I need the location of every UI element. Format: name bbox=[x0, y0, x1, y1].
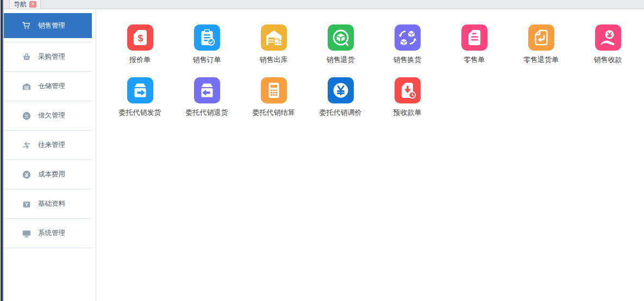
app-tile-label: 销售换货 bbox=[393, 55, 422, 65]
tab-label: 导航 bbox=[14, 0, 27, 9]
yen-circle-icon bbox=[328, 77, 354, 103]
app-grid: $ 报价单 销售订单 销售出库 销售退货 销售换货 零售单 零售退货单 销售收款… bbox=[107, 24, 644, 118]
app-tile[interactable]: 委托代销发货 bbox=[107, 77, 173, 118]
app-tile[interactable]: 销售退货 bbox=[307, 24, 374, 65]
app-tile[interactable]: 委托代销调价 bbox=[307, 77, 374, 118]
sidebar-item[interactable]: 成本费用 bbox=[4, 160, 92, 189]
app-tile[interactable]: 销售出库 bbox=[240, 24, 307, 65]
box-arrow-left-icon bbox=[194, 77, 220, 103]
window-edge bbox=[0, 0, 4, 301]
calculator-icon bbox=[261, 77, 287, 103]
doc-dollar-icon: $ bbox=[127, 24, 153, 51]
svg-text:$: $ bbox=[137, 33, 143, 44]
app-tile-label: 零售单 bbox=[464, 55, 485, 65]
app-tile-label: 报价单 bbox=[129, 55, 151, 65]
sidebar-item-label: 系统管理 bbox=[38, 229, 65, 238]
app-tile[interactable]: $ 报价单 bbox=[107, 24, 173, 65]
sidebar: 销售管理 采购管理 仓储管理 欠 借欠管理 往来管理 成本费用 基础资料 系统管… bbox=[4, 9, 92, 301]
app-tile[interactable]: 零售退货单 bbox=[508, 24, 574, 65]
warehouse-truck-icon bbox=[261, 24, 287, 51]
sidebar-item[interactable]: 采购管理 bbox=[4, 42, 92, 72]
sidebar-item-label: 采购管理 bbox=[38, 52, 65, 62]
sidebar-item[interactable]: 销售管理 bbox=[4, 13, 92, 38]
app-tile[interactable]: 销售换货 bbox=[374, 24, 441, 65]
app-tile[interactable]: 零售单 bbox=[441, 24, 508, 65]
cart-icon bbox=[22, 21, 32, 30]
box-return-icon bbox=[328, 24, 354, 51]
app-tile-label: 销售退货 bbox=[327, 55, 355, 65]
sidebar-item-label: 成本费用 bbox=[38, 170, 65, 179]
doc-return-icon bbox=[528, 24, 554, 51]
box-arrow-right-icon bbox=[127, 77, 153, 103]
debt-circle-icon: 欠 bbox=[22, 111, 32, 121]
app-tile-label: 销售出库 bbox=[260, 55, 288, 65]
sidebar-item[interactable]: 欠 借欠管理 bbox=[4, 101, 92, 131]
app-tile-label: 委托代销调价 bbox=[320, 108, 362, 118]
app-tile-label: 销售订单 bbox=[193, 55, 221, 65]
svg-text:欠: 欠 bbox=[24, 113, 29, 118]
warehouse-icon bbox=[22, 82, 32, 91]
doc-lines-icon bbox=[461, 24, 487, 51]
app-tile-label: 委托代销发货 bbox=[119, 108, 161, 118]
main-content: $ 报价单 销售订单 销售出库 销售退货 销售换货 零售单 零售退货单 销售收款… bbox=[96, 9, 644, 301]
app-tile-label: 委托代销结算 bbox=[253, 108, 295, 118]
sidebar-item[interactable]: 系统管理 bbox=[4, 219, 92, 248]
tab-navigation[interactable]: 导航 ✕ bbox=[9, 0, 41, 9]
app-tile[interactable]: 委托代销退货 bbox=[173, 77, 240, 118]
doc-down-clock-icon bbox=[395, 77, 421, 103]
sidebar-item-label: 基础资料 bbox=[38, 199, 65, 208]
sidebar-item-label: 借欠管理 bbox=[38, 111, 65, 120]
monitor-icon bbox=[22, 229, 32, 238]
app-tile-label: 预收款单 bbox=[393, 108, 422, 118]
app-tile[interactable]: 销售收款 bbox=[574, 24, 641, 65]
tab-bar: 导航 ✕ bbox=[4, 0, 644, 9]
sidebar-item-label: 往来管理 bbox=[38, 140, 65, 150]
clipboard-check-icon bbox=[194, 24, 220, 51]
coin-yen-icon bbox=[22, 170, 32, 180]
app-tile-label: 零售退货单 bbox=[523, 55, 559, 65]
close-icon[interactable]: ✕ bbox=[29, 1, 36, 8]
boxes-swap-icon bbox=[395, 24, 421, 51]
sidebar-item[interactable]: 基础资料 bbox=[4, 189, 92, 219]
sidebar-item-label: 销售管理 bbox=[38, 21, 65, 30]
archive-box-icon bbox=[22, 199, 32, 209]
basket-icon bbox=[22, 52, 32, 62]
sidebar-item[interactable]: 往来管理 bbox=[4, 131, 92, 160]
hand-coin-icon bbox=[595, 24, 621, 51]
swap-arrows-icon bbox=[22, 140, 32, 150]
app-tile[interactable]: 销售订单 bbox=[173, 24, 240, 65]
sidebar-item-label: 仓储管理 bbox=[38, 82, 65, 91]
sidebar-item[interactable]: 仓储管理 bbox=[4, 72, 92, 101]
app-tile-label: 委托代销退货 bbox=[186, 108, 228, 118]
app-tile[interactable]: 委托代销结算 bbox=[240, 77, 307, 118]
app-tile[interactable]: 预收款单 bbox=[374, 77, 441, 118]
app-tile-label: 销售收款 bbox=[594, 55, 622, 65]
